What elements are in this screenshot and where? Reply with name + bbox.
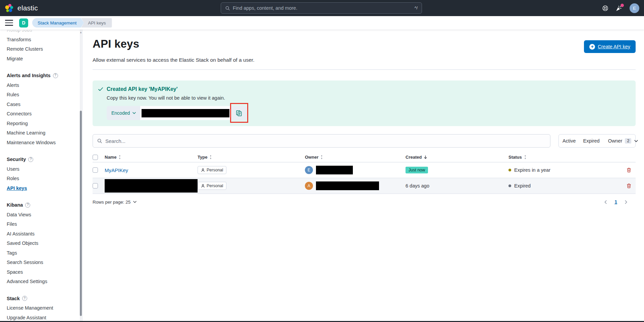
sidebar-scrollbar-thumb[interactable] [80,111,82,316]
help-circle-icon[interactable]: ? [25,203,30,208]
space-badge[interactable]: D [19,18,28,28]
help-circle-icon[interactable]: ? [53,73,58,78]
chevron-down-icon [132,111,136,115]
sidebar-item-cases[interactable]: Cases [7,100,82,109]
sidebar-item-rollup-jobs[interactable]: Rollup Jobs [7,30,82,35]
person-icon [201,184,205,188]
menu-icon[interactable] [5,20,13,26]
column-header-created[interactable]: Created [406,155,428,160]
sidebar-item-search-sessions[interactable]: Search Sessions [7,258,82,267]
type-badge: Personal [198,166,226,174]
brand-name: elastic [17,4,38,12]
api-keys-table: Name Type Owner Created Status [93,152,636,194]
sidebar-item-users[interactable]: Users [7,164,82,174]
page-subtitle: Allow external services to access the El… [93,57,636,63]
sort-icon [320,155,323,159]
rows-per-page-select[interactable]: Rows per page: 25 [93,200,137,205]
filter-owner-button[interactable]: Owner 2 [605,138,642,144]
table-row: MyAPIKey Personal E Just now E [93,162,636,178]
sidebar-item-maintenance-windows[interactable]: Maintenance Windows [7,138,82,148]
person-icon [201,168,205,172]
create-api-key-button[interactable]: + Create API key [584,40,636,53]
help-circle-icon[interactable]: ? [28,157,33,162]
sidebar-item-roles[interactable]: Roles [7,174,82,183]
owner-count-badge: 2 [625,138,631,144]
sidebar-heading-kibana: Kibana? [7,200,82,210]
sidebar-item-data-views[interactable]: Data Views [7,210,82,220]
api-key-value-field[interactable] [140,106,231,120]
notification-dot [621,4,624,7]
search-icon [97,138,102,144]
delete-key-button[interactable] [625,182,633,190]
created-badge: Just now [406,167,428,173]
header-divider [93,69,636,70]
sidebar-item-connectors[interactable]: Connectors [7,109,82,119]
sidebar-item-api-keys[interactable]: API keys [7,183,82,193]
redacted-api-key-value [142,109,229,117]
redacted-key-name [105,179,198,193]
api-keys-page: API keys + Create API key Allow external… [83,30,644,321]
sort-desc-arrow-icon [423,155,428,159]
global-search-placeholder: Find apps, content, and more. [233,5,412,11]
sidebar-item-saved-objects[interactable]: Saved Objects [7,238,82,248]
help-circle-icon[interactable]: ? [22,296,27,301]
copy-clipboard-icon [236,110,242,116]
filter-active-button[interactable]: Active [559,138,580,144]
stack-management-sidebar: Rollup Jobs Transforms Remote Clusters M… [0,30,83,321]
delete-key-button[interactable] [625,166,633,174]
global-search-input[interactable]: Find apps, content, and more. ^/ [221,2,422,14]
copy-key-button[interactable] [231,106,247,120]
api-key-name-link[interactable]: MyAPIKey [105,167,128,173]
filter-expired-button[interactable]: Expired [580,138,603,144]
sidebar-item-spaces[interactable]: Spaces [7,267,82,277]
page-number-1[interactable]: 1 [614,199,617,205]
sidebar-heading-security: Security? [7,155,82,164]
sidebar-item-ai-assistants[interactable]: AI Assistants [7,229,82,239]
help-icon[interactable] [602,5,608,11]
column-header-owner[interactable]: Owner [305,155,323,160]
sidebar-item-remote-clusters[interactable]: Remote Clusters [7,44,82,54]
redacted-owner-name [316,181,379,190]
sidebar-item-upgrade-assistant[interactable]: Upgrade Assistant [7,313,82,321]
sidebar-item-rules[interactable]: Rules [7,90,82,100]
sidebar-item-advanced-settings[interactable]: Advanced Settings [7,277,82,286]
sidebar-item-license-management[interactable]: License Management [7,303,82,313]
column-header-type[interactable]: Type [198,155,212,160]
elastic-logo[interactable]: elastic [0,3,67,13]
breadcrumb-bar: D Stack Management API keys [0,16,644,30]
page-title: API keys [93,38,139,50]
search-shortcut-hint: ^/ [415,6,418,10]
row-checkbox[interactable] [93,167,98,173]
table-search-input[interactable]: Search... [93,134,550,148]
sidebar-item-transforms[interactable]: Transforms [7,35,82,45]
redacted-owner-name [316,166,353,174]
row-checkbox[interactable] [93,183,98,189]
breadcrumb-stack-management[interactable]: Stack Management [32,18,84,28]
plus-circle-icon: + [589,44,595,50]
sidebar-item-machine-learning[interactable]: Machine Learning [7,128,82,138]
column-header-name[interactable]: Name [105,155,121,160]
next-page-icon[interactable] [624,200,628,204]
sidebar-item-files[interactable]: Files [7,219,82,229]
encoded-format-select[interactable]: Encoded [107,106,140,120]
sidebar-item-migrate[interactable]: Migrate [7,54,82,64]
user-avatar[interactable]: E [630,3,639,13]
select-all-checkbox[interactable] [93,155,98,160]
sidebar-item-tags[interactable]: Tags [7,248,82,258]
news-feed-icon[interactable] [616,5,622,11]
callout-title: Created API key 'MyAPIKey' [107,86,178,92]
filter-group: Active Expired Owner 2 [558,134,636,148]
chevron-down-icon [634,139,638,143]
status-text: Expires in a year [514,167,550,173]
previous-page-icon[interactable] [603,200,608,204]
owner-avatar: A [305,182,313,190]
top-header: elastic Find apps, content, and more. ^/… [0,0,644,16]
scroll-up-arrow-icon[interactable]: ▲ [79,31,82,34]
owner-avatar: E [305,166,313,174]
column-header-status[interactable]: Status [508,155,527,160]
sidebar-item-reporting[interactable]: Reporting [7,119,82,128]
status-dot [508,169,511,171]
sidebar-item-alerts[interactable]: Alerts [7,80,82,90]
trash-icon [626,183,632,189]
table-row: Personal A 6 days ago Expired [93,178,636,194]
